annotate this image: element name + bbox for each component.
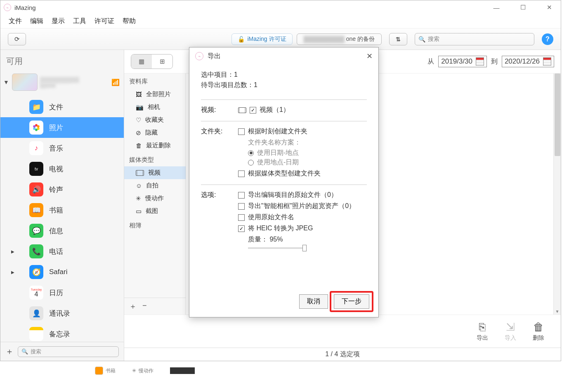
dialog-footer: 取消 下一步 — [189, 289, 378, 317]
sidebar-item-photos[interactable]: 照片 — [0, 117, 124, 138]
sidebar: 可用 ▼ ████████ h... ██OS.. 📶 📁 文件 — [0, 50, 124, 361]
menu-view[interactable]: 显示 — [52, 17, 65, 26]
sidebar-item-notes[interactable]: 备忘录 — [0, 324, 124, 342]
sidebar-item-ringtones[interactable]: 🔊 铃声 — [0, 179, 124, 200]
lib-camera[interactable]: 📷相机 — [124, 101, 186, 114]
menu-license[interactable]: 许可证 — [94, 17, 114, 26]
maximize-button[interactable]: ☐ — [517, 2, 529, 13]
sidebar-item-label: 信息 — [49, 226, 63, 236]
sidebar-item-calendar[interactable]: Tuesday 4 日历 — [0, 282, 124, 303]
date-from-input[interactable]: 2019/3/30 — [438, 56, 487, 67]
swap-button[interactable]: ⇅ — [389, 33, 407, 45]
action-delete[interactable]: 🗑 删除 — [533, 321, 544, 342]
video-checkbox[interactable] — [250, 107, 256, 114]
next-button[interactable]: 下一步 — [334, 294, 369, 309]
close-button[interactable]: ✕ — [543, 2, 555, 13]
slider-knob[interactable] — [302, 245, 307, 251]
folder-by-moment-checkbox[interactable] — [238, 128, 245, 135]
sidebar-item-messages[interactable]: 💬 信息 — [0, 220, 124, 241]
total-label: 待导出项目总数： — [201, 81, 254, 88]
sidebar-device-row[interactable]: ▼ ████████ h... ██OS.. 📶 — [0, 71, 124, 93]
refresh-button[interactable]: ⟳ — [8, 33, 26, 45]
folder-by-moment-label: 根据时刻创建文件夹 — [248, 127, 307, 136]
add-button[interactable]: ＋ — [5, 346, 14, 357]
sidebar-item-label: 铃声 — [49, 185, 63, 194]
minimize-button[interactable]: — — [491, 2, 502, 13]
row-options: 选项: 导出编辑项目的原始文件（0） 导出"智能相框"照片的超宽资产（0） 使用… — [201, 191, 367, 249]
film-icon — [238, 107, 246, 113]
folder-by-media-checkbox[interactable] — [238, 170, 245, 177]
action-export[interactable]: ⎘ 导出 — [477, 321, 488, 342]
view-grid-large[interactable]: ⊞ — [152, 54, 172, 69]
scheme-opt1-label: 使用日期-地点 — [257, 149, 299, 157]
sidebar-item-files[interactable]: 📁 文件 — [0, 97, 124, 117]
lib-all-photos[interactable]: 🖼全部照片 — [124, 88, 186, 101]
safari-icon: 🧭 — [29, 265, 43, 279]
action-label: 导出 — [477, 334, 488, 342]
sidebar-item-books[interactable]: 📖 书籍 — [0, 200, 124, 220]
export-icon: ⎘ — [479, 321, 486, 334]
sidebar-item-tv[interactable]: tv 电视 — [0, 159, 124, 179]
lib-hidden[interactable]: ⊘隐藏 — [124, 126, 186, 139]
lib-item-label: 慢动作 — [145, 194, 164, 202]
contacts-icon: 👤 — [29, 306, 43, 320]
external-strip: 书籍 ✳慢动作 — [0, 362, 588, 379]
toolbar-search[interactable]: 🔍 搜索 — [415, 33, 534, 45]
license-button[interactable]: 🔓 iMazing 许可证 — [231, 33, 292, 45]
device-backup-pill[interactable]: ██████████ one 的备份 — [297, 33, 382, 45]
quality-slider[interactable] — [248, 247, 306, 249]
opt-raw-label: 导出编辑项目的原始文件（0） — [248, 191, 338, 199]
tv-icon: tv — [29, 162, 43, 176]
lib-screenshot[interactable]: ▭截图 — [124, 205, 186, 218]
quality-value: 95% — [269, 236, 283, 243]
screenshot-icon: ▭ — [136, 208, 142, 215]
view-grid-compact[interactable]: ▦ — [131, 54, 152, 69]
scrollbar[interactable]: ▲ ▼ — [553, 73, 561, 315]
menu-tools[interactable]: 工具 — [73, 17, 86, 26]
cancel-button[interactable]: 取消 — [299, 294, 328, 309]
sidebar-item-safari[interactable]: 🧭 Safari — [0, 262, 124, 282]
opt-heic-checkbox[interactable] — [238, 225, 245, 232]
opt-smartframe-label: 导出"智能相框"照片的超宽资产（0） — [248, 202, 355, 211]
lib-favorites[interactable]: ♡收藏夹 — [124, 114, 186, 126]
sidebar-item-phone[interactable]: 📞 电话 — [0, 241, 124, 262]
lib-selfie[interactable]: ☺自拍 — [124, 179, 186, 192]
dialog-close-button[interactable]: ✕ — [366, 52, 373, 61]
row-folder: 文件夹: 根据时刻创建文件夹 文件夹名称方案： 使用日期-地点 使用地点-日期 — [201, 127, 367, 180]
menu-file[interactable]: 文件 — [9, 17, 22, 26]
sidebar-search[interactable]: 🔍 搜索 — [18, 346, 119, 357]
lib-video[interactable]: 视频 — [124, 166, 186, 179]
opt-origname-checkbox[interactable] — [238, 214, 245, 221]
menu-edit[interactable]: 编辑 — [30, 17, 43, 26]
opt-smartframe-checkbox[interactable] — [238, 203, 245, 210]
trash-icon: 🗑 — [533, 321, 544, 334]
window-controls: — ☐ ✕ — [491, 2, 557, 13]
selfie-icon: ☺ — [136, 182, 142, 189]
date-to-input[interactable]: 2020/12/26 — [502, 56, 554, 67]
lib-slomo[interactable]: ✳慢动作 — [124, 192, 186, 205]
device-thumbnail — [12, 73, 38, 91]
sidebar-footer: ＋ 🔍 搜索 — [0, 342, 124, 361]
opt-raw-checkbox[interactable] — [238, 192, 245, 199]
lib-item-label: 自拍 — [146, 182, 158, 189]
help-button[interactable]: ? — [542, 33, 553, 45]
folder-icon: 📁 — [29, 100, 43, 114]
scroll-thumb[interactable] — [555, 73, 560, 156]
sidebar-item-music[interactable]: ♪ 音乐 — [0, 138, 124, 159]
selected-count: 1 — [234, 71, 238, 78]
sidebar-header: 可用 — [0, 50, 124, 71]
menu-help[interactable]: 帮助 — [123, 17, 136, 26]
scheme-date-place-radio[interactable] — [248, 150, 254, 156]
device-pill-text: one 的备份 — [346, 35, 375, 43]
sidebar-item-label: 电话 — [49, 247, 63, 256]
scheme-place-date-radio[interactable] — [248, 160, 254, 166]
import-icon: ⇲ — [506, 321, 515, 334]
sidebar-item-contacts[interactable]: 👤 通讯录 — [0, 303, 124, 324]
options-row-label: 选项: — [201, 191, 230, 249]
wifi-icon: 📶 — [111, 78, 120, 86]
lib-remove-button[interactable]: − — [142, 301, 147, 311]
action-import: ⇲ 导入 — [505, 321, 516, 342]
lib-recently-deleted[interactable]: 🗑最近删除 — [124, 139, 186, 152]
sidebar-item-label: 通讯录 — [49, 309, 70, 318]
lib-add-button[interactable]: ＋ — [129, 301, 137, 311]
